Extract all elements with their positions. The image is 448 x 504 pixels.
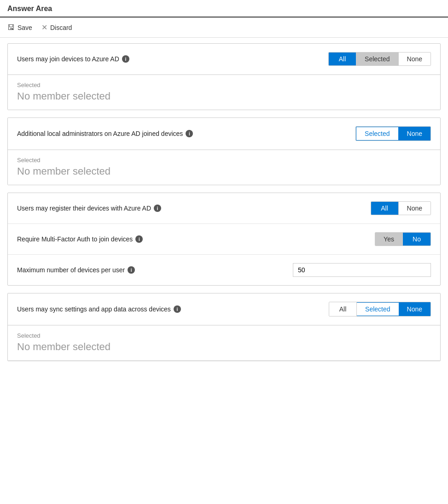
- mfa-btn-no[interactable]: No: [403, 233, 431, 246]
- mfa-btn-yes[interactable]: Yes: [375, 233, 403, 246]
- sync-settings-sub-label: Selected: [17, 332, 431, 339]
- local-admins-row: Additional local administrators on Azure…: [8, 118, 440, 150]
- save-button[interactable]: 🖫 Save: [7, 23, 32, 33]
- page-title: Answer Area: [7, 5, 52, 12]
- join-devices-card: Users may join devices to Azure AD i All…: [7, 43, 441, 110]
- max-devices-info-icon: i: [128, 266, 135, 274]
- mfa-info-icon: i: [135, 235, 143, 243]
- save-label: Save: [17, 24, 32, 31]
- join-devices-btn-selected[interactable]: Selected: [356, 53, 398, 65]
- sync-settings-btn-group: All Selected None: [329, 302, 431, 316]
- mfa-label: Require Multi-Factor Auth to join device…: [17, 235, 143, 243]
- register-devices-label: Users may register their devices with Az…: [17, 205, 161, 212]
- sync-settings-row: Users may sync settings and app data acr…: [8, 293, 440, 325]
- local-admins-btn-none[interactable]: None: [399, 127, 431, 141]
- page-header: Answer Area: [0, 0, 448, 18]
- local-admins-card: Additional local administrators on Azure…: [7, 117, 441, 185]
- join-devices-sub-value: No member selected: [17, 90, 431, 102]
- max-devices-input[interactable]: [293, 263, 431, 277]
- register-devices-btn-group: All None: [371, 201, 431, 215]
- sync-settings-btn-all[interactable]: All: [329, 302, 357, 316]
- local-admins-sub-value: No member selected: [17, 165, 431, 177]
- join-devices-label: Users may join devices to Azure AD i: [17, 55, 129, 63]
- local-admins-info-icon: i: [186, 130, 193, 137]
- mfa-row: Require Multi-Factor Auth to join device…: [8, 224, 440, 255]
- sync-settings-label: Users may sync settings and app data acr…: [17, 305, 181, 313]
- sync-settings-btn-selected[interactable]: Selected: [357, 302, 398, 316]
- discard-icon: ✕: [41, 23, 47, 32]
- join-devices-btn-none[interactable]: None: [399, 53, 431, 65]
- join-devices-row: Users may join devices to Azure AD i All…: [8, 44, 440, 75]
- local-admins-sub-label: Selected: [17, 157, 431, 164]
- sync-settings-sub: Selected No member selected: [8, 326, 440, 360]
- local-admins-btn-selected[interactable]: Selected: [356, 127, 398, 141]
- discard-label: Discard: [50, 24, 72, 31]
- max-devices-label: Maximum number of devices per user i: [17, 266, 135, 274]
- register-devices-btn-all[interactable]: All: [371, 202, 399, 215]
- toolbar: 🖫 Save ✕ Discard: [0, 18, 448, 38]
- join-devices-btn-all[interactable]: All: [329, 53, 356, 65]
- join-devices-btn-group: All Selected None: [328, 52, 431, 66]
- sync-settings-bottom-divider: [8, 360, 440, 361]
- join-devices-info-icon: i: [122, 55, 129, 63]
- register-mfa-max-card: Users may register their devices with Az…: [7, 193, 441, 286]
- sync-settings-card: Users may sync settings and app data acr…: [7, 293, 441, 361]
- mfa-btn-group: Yes No: [375, 232, 431, 246]
- sync-settings-info-icon: i: [174, 305, 181, 313]
- content-area: Users may join devices to Azure AD i All…: [0, 38, 448, 367]
- discard-button[interactable]: ✕ Discard: [41, 22, 72, 33]
- register-devices-btn-none[interactable]: None: [399, 202, 431, 215]
- join-devices-sub: Selected No member selected: [8, 75, 440, 110]
- save-icon: 🖫: [7, 23, 15, 32]
- sync-settings-sub-value: No member selected: [17, 341, 431, 353]
- sync-settings-btn-none[interactable]: None: [399, 302, 431, 316]
- register-devices-info-icon: i: [154, 205, 161, 212]
- local-admins-btn-group: Selected None: [355, 126, 431, 141]
- local-admins-sub: Selected No member selected: [8, 150, 440, 185]
- max-devices-row: Maximum number of devices per user i: [8, 255, 440, 285]
- join-devices-sub-label: Selected: [17, 82, 431, 88]
- register-devices-row: Users may register their devices with Az…: [8, 193, 440, 224]
- local-admins-label: Additional local administrators on Azure…: [17, 130, 193, 137]
